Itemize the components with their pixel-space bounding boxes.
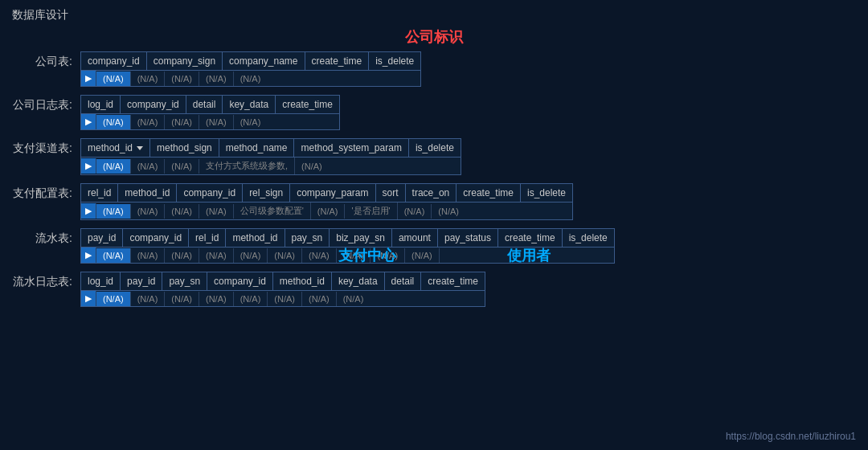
arrow-cell5: ▶ xyxy=(81,248,96,263)
cell-detail2: (N/A) xyxy=(302,292,337,306)
cell-create_time2: (N/A) xyxy=(234,115,268,129)
cell-rel_sign: (N/A) xyxy=(199,204,234,219)
col-rel_id: rel_id xyxy=(81,184,118,202)
cell-key_data: (N/A) xyxy=(199,115,234,129)
cell-key_data2: (N/A) xyxy=(268,292,302,306)
cell-method_id: (N/A) xyxy=(96,159,131,174)
col-is_delete3: is_delete xyxy=(521,184,572,202)
col-company_id2: company_id xyxy=(121,96,186,113)
col-is_delete4: is_delete xyxy=(563,229,614,247)
col-biz_pay_sn: biz_pay_sn xyxy=(330,229,392,247)
cell-is_delete4: (N/A) xyxy=(405,248,440,263)
col-log_id2: log_id xyxy=(81,272,121,290)
payment-config-table: rel_id method_id company_id rel_sign com… xyxy=(80,183,573,220)
col-create_time4: create_time xyxy=(498,229,563,247)
col-pay_sn2: pay_sn xyxy=(162,272,207,290)
cell-company_id4: (N/A) xyxy=(131,248,166,263)
cell-amount: (N/A) xyxy=(302,248,337,263)
cell-company_name: (N/A) xyxy=(165,72,199,86)
company-banner-text: 公司标识 xyxy=(405,29,463,45)
flow-table-section: 流水表: pay_id company_id rel_id method_id … xyxy=(12,228,856,264)
col-is_delete2: is_delete xyxy=(409,139,461,157)
flow-log-table: log_id pay_id pay_sn company_id method_i… xyxy=(80,272,485,307)
cell-rel_id2: (N/A) xyxy=(165,248,199,263)
payment-config-table-section: 支付配置表: rel_id method_id company_id rel_s… xyxy=(12,183,856,220)
col-sort: sort xyxy=(376,184,406,202)
col-rel_id2: rel_id xyxy=(189,229,226,247)
col-detail2: detail xyxy=(385,272,422,290)
cell-company_param: 公司级参数配置' xyxy=(234,202,311,219)
arrow-cell6: ▶ xyxy=(81,291,96,306)
company-log-table: log_id company_id detail key_data create… xyxy=(80,95,340,130)
cell-method_system_param: 支付方式系统级参数, xyxy=(199,158,295,174)
col-is_delete: is_delete xyxy=(369,52,420,70)
cell-sort: (N/A) xyxy=(311,204,346,219)
col-method_id2: method_id xyxy=(118,184,177,202)
cell-create_time3: (N/A) xyxy=(398,204,432,219)
col-method_id4: method_id xyxy=(273,272,332,290)
cell-company_id: (N/A) xyxy=(96,72,131,86)
col-amount: amount xyxy=(392,229,438,247)
cell-method_sign: (N/A) xyxy=(131,159,166,174)
col-company_sign: company_sign xyxy=(147,52,223,70)
cell-method_id4: (N/A) xyxy=(234,292,268,306)
cell-method_id3: (N/A) xyxy=(199,248,234,263)
cell-create_time: (N/A) xyxy=(199,72,234,86)
col-create_time3: create_time xyxy=(457,184,521,202)
col-trace_on: trace_on xyxy=(406,184,457,202)
flow-table: pay_id company_id rel_id method_id pay_s… xyxy=(80,228,615,264)
payment-channel-table-section: 支付渠道表: method_id method_sign method_name… xyxy=(12,138,856,175)
col-pay_status: pay_status xyxy=(438,229,498,247)
company-table: company_id company_sign company_name cre… xyxy=(80,51,421,87)
company-log-table-label: 公司日志表: xyxy=(12,95,80,112)
cell-create_time5: (N/A) xyxy=(337,292,371,306)
cell-is_delete2: (N/A) xyxy=(295,159,329,174)
cell-pay_id2: (N/A) xyxy=(131,292,166,306)
cell-company_id2: (N/A) xyxy=(131,115,166,129)
cell-company_id3: (N/A) xyxy=(165,204,199,219)
cell-log_id2: (N/A) xyxy=(96,292,131,306)
cell-pay_sn: (N/A) xyxy=(234,248,268,263)
col-pay_sn: pay_sn xyxy=(285,229,330,247)
col-pay_id: pay_id xyxy=(81,229,123,247)
cell-company_id5: (N/A) xyxy=(199,292,234,306)
arrow-cell3: ▶ xyxy=(81,158,96,174)
col-company_id3: company_id xyxy=(177,184,243,202)
payment-config-table-label: 支付配置表: xyxy=(12,183,80,201)
center-banner: 公司标识 xyxy=(12,27,856,47)
flow-table-label: 流水表: xyxy=(12,228,80,246)
col-company_param: company_param xyxy=(290,184,375,202)
flow-log-table-label: 流水日志表: xyxy=(12,272,80,289)
col-method_id3: method_id xyxy=(226,229,285,247)
arrow-cell4: ▶ xyxy=(81,203,96,219)
cell-method_id2: (N/A) xyxy=(131,204,166,219)
payment-channel-table-label: 支付渠道表: xyxy=(12,138,80,156)
dropdown-arrow-icon xyxy=(137,146,143,150)
col-detail: detail xyxy=(186,96,223,113)
cell-pay_sn2: (N/A) xyxy=(165,292,199,306)
payment-channel-table: method_id method_sign method_name method… xyxy=(80,138,461,175)
col-create_time: create_time xyxy=(305,52,370,70)
col-rel_sign: rel_sign xyxy=(243,184,290,202)
col-log_id: log_id xyxy=(81,96,121,113)
cell-is_delete: (N/A) xyxy=(234,72,268,86)
page-title: 数据库设计 xyxy=(0,0,868,27)
col-create_time2: create_time xyxy=(276,96,339,113)
company-table-section: 公司表: company_id company_sign company_nam… xyxy=(12,51,856,87)
col-company_name: company_name xyxy=(223,52,305,70)
col-method_sign: method_sign xyxy=(150,139,219,157)
col-company_id: company_id xyxy=(81,52,147,70)
col-key_data2: key_data xyxy=(332,272,385,290)
col-key_data: key_data xyxy=(223,96,276,113)
col-method_system_param: method_system_param xyxy=(294,139,408,157)
arrow-cell2: ▶ xyxy=(81,114,96,129)
company-table-label: 公司表: xyxy=(12,51,80,69)
cell-detail: (N/A) xyxy=(165,115,199,129)
watermark: https://blog.csdn.net/liuzhirou1 xyxy=(726,431,856,442)
col-pay_id2: pay_id xyxy=(121,272,162,290)
cell-rel_id: (N/A) xyxy=(96,204,131,219)
cell-is_delete3: (N/A) xyxy=(432,204,465,219)
col-create_time5: create_time xyxy=(421,272,485,290)
cell-log_id: (N/A) xyxy=(96,115,131,129)
cell-biz_pay_sn: (N/A) xyxy=(268,248,302,263)
